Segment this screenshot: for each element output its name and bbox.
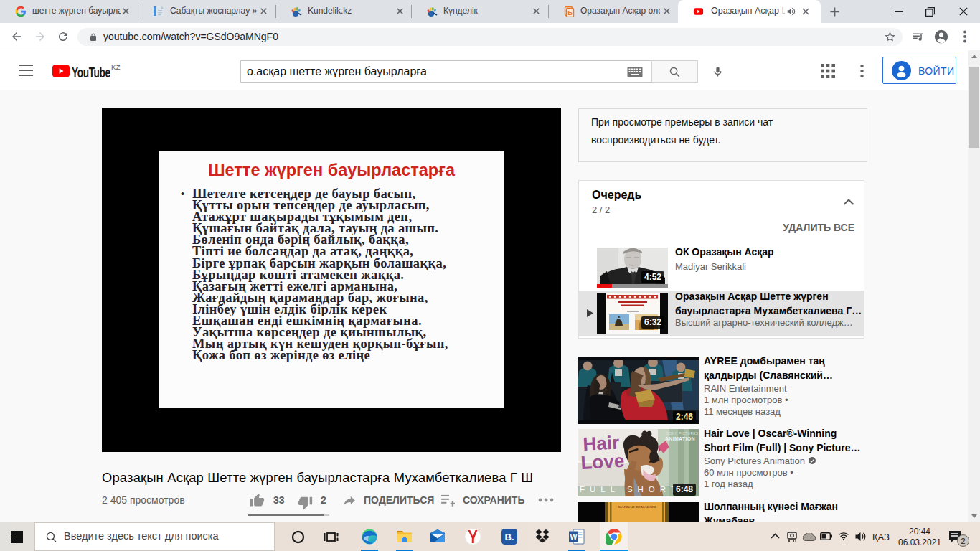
svg-text:ANIMATION: ANIMATION <box>665 436 695 441</box>
svg-text:W: W <box>570 532 578 541</box>
svg-text:Love: Love <box>580 450 625 474</box>
svg-text:МАГЖАН ЖУМАБАЕВ: МАГЖАН ЖУМАБАЕВ <box>618 505 656 509</box>
svg-text:Б: Б <box>567 9 573 17</box>
svg-text:SONY PICTURES: SONY PICTURES <box>666 432 698 435</box>
svg-text:B.: B. <box>505 532 514 542</box>
